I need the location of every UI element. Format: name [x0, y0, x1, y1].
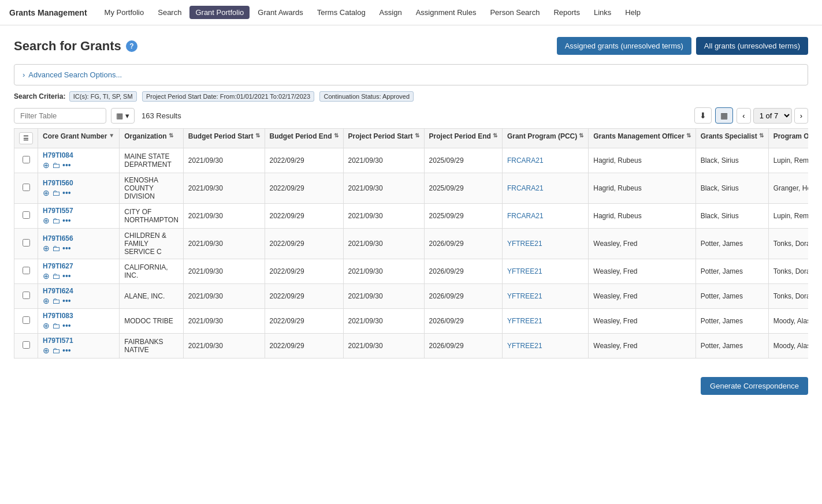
row-checkbox-2[interactable]: [23, 211, 30, 219]
search-title-text: Search for Grants: [14, 39, 121, 54]
more-icon-7[interactable]: •••: [62, 346, 71, 355]
row-checkbox-1[interactable]: [23, 184, 30, 191]
column-menu-button[interactable]: ☰: [19, 132, 33, 144]
add-icon-4[interactable]: ⊕: [43, 271, 50, 281]
add-icon-1[interactable]: ⊕: [43, 188, 50, 197]
grant-number-link-2[interactable]: H79TI557: [43, 207, 73, 215]
pcc-link-7[interactable]: YFTREE21: [507, 342, 542, 350]
folder-icon-4[interactable]: 🗀: [52, 271, 60, 281]
grant-number-link-1[interactable]: H79TI560: [43, 179, 73, 187]
pcc-link-3[interactable]: YFTREE21: [507, 240, 542, 248]
nav-item-assignment-rules[interactable]: Assignment Rules: [410, 6, 482, 19]
row-checkbox-3[interactable]: [23, 239, 30, 247]
sort-icon-project-end[interactable]: ⇅: [493, 132, 497, 139]
add-icon-5[interactable]: ⊕: [43, 296, 50, 305]
sort-icon-gmo[interactable]: ⇅: [686, 132, 691, 139]
folder-icon-6[interactable]: 🗀: [52, 321, 60, 330]
nav-item-grant-portfolio[interactable]: Grant Portfolio: [189, 6, 250, 19]
generate-correspondence-button[interactable]: Generate Correspondence: [701, 377, 808, 395]
pcc-link-5[interactable]: YFTREE21: [507, 292, 542, 300]
row-checkbox-7[interactable]: [23, 341, 30, 349]
row-grant-number: H79TI624 ⊕ 🗀 •••: [38, 284, 120, 309]
row-budget-end: 2022/09/29: [265, 284, 343, 309]
row-pcc: YFTREE21: [502, 284, 588, 309]
nav-bar: Grants Management My PortfolioSearchGran…: [0, 0, 822, 25]
row-program-official: Granger, Hermione: [768, 173, 808, 204]
row-checkbox-0[interactable]: [23, 156, 30, 163]
folder-icon-2[interactable]: 🗀: [52, 216, 60, 225]
nav-item-reports[interactable]: Reports: [548, 6, 586, 19]
row-checkbox-cell: [14, 284, 38, 309]
prev-page-button[interactable]: ‹: [737, 108, 750, 124]
columns-button[interactable]: ▦ ▾: [111, 108, 135, 124]
pcc-link-4[interactable]: YFTREE21: [507, 267, 542, 275]
folder-icon-5[interactable]: 🗀: [52, 296, 60, 305]
advanced-search-options[interactable]: › Advanced Search Options...: [14, 64, 808, 85]
nav-item-terms-catalog[interactable]: Terms Catalog: [311, 6, 371, 19]
more-icon-0[interactable]: •••: [62, 160, 71, 170]
more-icon-2[interactable]: •••: [62, 216, 71, 225]
row-checkbox-5[interactable]: [23, 292, 30, 299]
more-icon-5[interactable]: •••: [62, 296, 71, 305]
sort-icon-grant-number[interactable]: ▼: [109, 132, 114, 139]
more-icon-1[interactable]: •••: [62, 188, 71, 197]
row-project-end: 2026/09/29: [424, 334, 502, 359]
more-icon-4[interactable]: •••: [62, 271, 71, 281]
assigned-grants-button[interactable]: Assigned grants (unresolved terms): [557, 37, 691, 55]
add-icon-0[interactable]: ⊕: [43, 160, 50, 170]
pcc-link-6[interactable]: YFTREE21: [507, 317, 542, 325]
add-icon-7[interactable]: ⊕: [43, 346, 50, 355]
grant-number-link-7[interactable]: H79TI571: [43, 337, 73, 345]
folder-icon-7[interactable]: 🗀: [52, 346, 60, 355]
nav-items: My PortfolioSearchGrant PortfolioGrant A…: [99, 6, 646, 19]
row-budget-start: 2021/09/30: [183, 204, 265, 229]
grant-number-link-3[interactable]: H79TI656: [43, 234, 73, 242]
nav-item-assign[interactable]: Assign: [374, 6, 408, 19]
row-gmo: Weasley, Fred: [589, 284, 695, 309]
row-grant-number: H79TI656 ⊕ 🗀 •••: [38, 229, 120, 259]
folder-icon-1[interactable]: 🗀: [52, 188, 60, 197]
sort-icon-budget-start[interactable]: ⇅: [255, 132, 260, 139]
download-button[interactable]: ⬇: [694, 107, 712, 124]
grid-view-button[interactable]: ▦: [715, 107, 733, 124]
more-icon-3[interactable]: •••: [62, 244, 71, 253]
add-icon-6[interactable]: ⊕: [43, 321, 50, 330]
sort-icon-pcc[interactable]: ⇅: [579, 132, 583, 139]
nav-item-person-search[interactable]: Person Search: [484, 6, 545, 19]
nav-item-search[interactable]: Search: [152, 6, 187, 19]
page-select[interactable]: 1 of 7 2 of 7 3 of 7 4 of 7 5 of 7 6 of …: [753, 108, 792, 124]
folder-icon-3[interactable]: 🗀: [52, 244, 60, 253]
row-checkbox-6[interactable]: [23, 316, 30, 324]
filter-input[interactable]: [14, 108, 106, 124]
row-organization: ALANE, INC.: [120, 284, 184, 309]
table-row: H79TI656 ⊕ 🗀 ••• CHILDREN & FAMILY SERVI…: [14, 229, 809, 259]
pcc-link-1[interactable]: FRCARA21: [507, 184, 544, 192]
folder-icon-0[interactable]: 🗀: [52, 160, 60, 170]
sort-icon-organization[interactable]: ⇅: [169, 132, 173, 139]
add-icon-3[interactable]: ⊕: [43, 244, 50, 253]
nav-item-links[interactable]: Links: [588, 6, 617, 19]
sort-icon-specialist[interactable]: ⇅: [759, 132, 764, 139]
all-grants-button[interactable]: All grants (unresolved terms): [696, 37, 808, 55]
pcc-link-0[interactable]: FRCARA21: [507, 156, 544, 165]
sort-icon-budget-end[interactable]: ⇅: [334, 132, 339, 139]
row-project-start: 2021/09/30: [343, 334, 424, 359]
nav-item-grant-awards[interactable]: Grant Awards: [252, 6, 309, 19]
grant-number-link-5[interactable]: H79TI624: [43, 287, 73, 295]
nav-item-help[interactable]: Help: [619, 6, 646, 19]
th-program-official: Program Official ⇅: [768, 129, 808, 148]
next-page-button[interactable]: ›: [794, 108, 808, 124]
pcc-link-2[interactable]: FRCARA21: [507, 212, 544, 220]
grant-number-link-4[interactable]: H79TI627: [43, 262, 73, 270]
help-icon[interactable]: ?: [126, 40, 137, 52]
row-checkbox-4[interactable]: [23, 267, 30, 274]
add-icon-2[interactable]: ⊕: [43, 216, 50, 225]
nav-item-my-portfolio[interactable]: My Portfolio: [99, 6, 150, 19]
row-organization: MAINE STATE DEPARTMENT: [120, 148, 184, 173]
grant-number-link-0[interactable]: H79TI084: [43, 151, 73, 159]
grant-number-link-6[interactable]: H79TI083: [43, 312, 73, 320]
row-checkbox-cell: [14, 229, 38, 259]
more-icon-6[interactable]: •••: [62, 321, 71, 330]
table-row: H79TI084 ⊕ 🗀 ••• MAINE STATE DEPARTMENT …: [14, 148, 809, 173]
sort-icon-project-start[interactable]: ⇅: [415, 132, 419, 139]
